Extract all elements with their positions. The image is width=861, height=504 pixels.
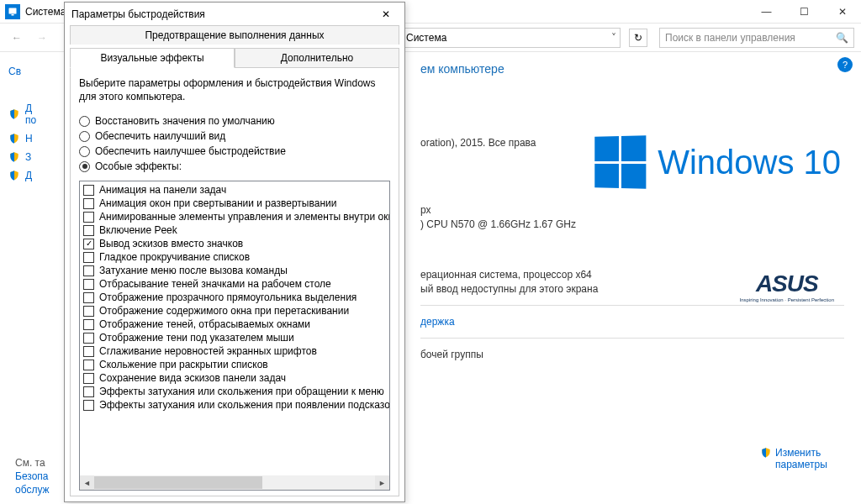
checkbox-row[interactable]: Включение Peek	[80, 223, 389, 237]
window-title: Система	[25, 6, 66, 18]
checkbox-icon	[83, 198, 94, 209]
checkbox-icon	[83, 225, 94, 236]
checkbox-row[interactable]: Анимация на панели задач	[80, 183, 389, 197]
radio-option[interactable]: Восстановить значения по умолчанию	[79, 115, 390, 127]
checkbox-row[interactable]: Анимация окон при свертывании и разверты…	[80, 197, 389, 210]
scroll-right-arrow[interactable]: ►	[375, 475, 389, 490]
dialog-titlebar: Параметры быстродействия ✕	[65, 3, 404, 26]
horizontal-scrollbar[interactable]: ◄ ►	[80, 475, 389, 490]
checkbox-icon	[83, 279, 94, 290]
checkbox-icon	[83, 252, 94, 263]
windows-icon	[594, 135, 646, 189]
tab-advanced[interactable]: Дополнительно	[235, 48, 399, 68]
checkbox-row[interactable]: Затухание меню после вызова команды	[80, 264, 389, 277]
checkbox-icon	[83, 333, 94, 344]
shield-icon	[8, 170, 20, 181]
back-button[interactable]: ←	[7, 28, 27, 48]
refresh-button[interactable]: ↻	[629, 29, 647, 47]
breadcrumb-text: Система	[406, 32, 446, 44]
checkbox-row[interactable]: Эффекты затухания или скольжения при поя…	[80, 398, 389, 412]
radio-option[interactable]: Обеспечить наилучшее быстродействие	[79, 145, 390, 157]
checkbox-row[interactable]: Отбрасывание теней значками на рабочем с…	[80, 277, 389, 291]
sidebar-footer-link[interactable]: обслуж	[15, 484, 50, 496]
support-link[interactable]: держка	[420, 316, 844, 328]
checkbox-icon	[83, 373, 94, 384]
workgroup-line: бочей группы	[420, 349, 844, 360]
scroll-thumb[interactable]	[94, 476, 262, 489]
forward-button[interactable]: →	[32, 28, 52, 48]
checkbox-row[interactable]: Сглаживание неровностей экранных шрифтов	[80, 344, 389, 358]
checkbox-icon	[83, 400, 94, 411]
sidebar-footer-link[interactable]: Безопа	[15, 470, 50, 482]
chevron-down-icon[interactable]: ˅	[611, 32, 616, 44]
checkbox-icon	[83, 386, 94, 397]
shield-icon	[8, 108, 20, 120]
checkbox-row[interactable]: Отображение содержимого окна при перетас…	[80, 304, 389, 318]
tab-content: Выберите параметры оформления и быстроде…	[70, 67, 399, 496]
checkbox-row[interactable]: Скольжение при раскрытии списков	[80, 358, 389, 371]
windows10-logo: Windows 10	[594, 136, 841, 188]
dialog-title: Параметры быстродействия	[71, 8, 205, 20]
radio-option[interactable]: Обеспечить наилучший вид	[79, 130, 390, 142]
shield-icon	[8, 133, 20, 144]
tab-visual-effects[interactable]: Визуальные эффекты	[70, 48, 235, 68]
checkbox-icon	[83, 306, 94, 317]
tab-dep[interactable]: Предотвращение выполнения данных	[70, 25, 399, 45]
radio-icon	[79, 131, 90, 142]
checkbox-icon	[83, 346, 94, 357]
search-placeholder: Поиск в панели управления	[665, 32, 795, 44]
scroll-left-arrow[interactable]: ◄	[80, 475, 94, 490]
checkbox-icon	[83, 360, 94, 370]
checkbox-row[interactable]: Вывод эскизов вместо значков	[80, 237, 389, 250]
section-heading: ем компьютере	[420, 62, 844, 76]
search-icon: 🔍	[836, 32, 848, 44]
checkbox-icon	[83, 239, 94, 249]
checkbox-row[interactable]: Сохранение вида эскизов панели задач	[80, 371, 389, 385]
dialog-close-button[interactable]: ✕	[374, 4, 398, 24]
checkbox-row[interactable]: Отображение тени под указателем мыши	[80, 331, 389, 344]
cpu-line: рх	[420, 204, 844, 216]
checkbox-icon	[83, 185, 94, 196]
checkbox-row[interactable]: Отображение прозрачного прямоугольника в…	[80, 291, 389, 304]
dialog-description: Выберите параметры оформления и быстроде…	[79, 76, 390, 103]
checkbox-row[interactable]: Отображение теней, отбрасываемых окнами	[80, 318, 389, 331]
search-input[interactable]: Поиск в панели управления 🔍	[659, 28, 854, 48]
radio-icon	[79, 161, 90, 172]
app-icon	[5, 4, 20, 19]
radio-option[interactable]: Особые эффекты:	[79, 160, 390, 172]
sidebar-footer: См. та Безопа обслуж	[15, 457, 50, 497]
shield-icon	[8, 151, 20, 163]
checkbox-icon	[83, 212, 94, 223]
checkbox-icon	[83, 319, 94, 330]
checkbox-icon	[83, 265, 94, 276]
maximize-button[interactable]: ☐	[785, 0, 823, 24]
performance-options-dialog: Параметры быстродействия ✕ Предотвращени…	[64, 2, 405, 502]
cpu-line: ) CPU N570 @ 1.66GHz 1.67 GHz	[420, 218, 844, 230]
breadcrumb[interactable]: Система ˅	[402, 28, 621, 48]
svg-rect-1	[12, 14, 14, 16]
change-settings-link[interactable]: Изменить параметры	[760, 447, 834, 470]
radio-icon	[79, 116, 90, 127]
checkbox-row[interactable]: Анимированные элементы управления и элем…	[80, 210, 389, 223]
checkbox-icon	[83, 292, 94, 303]
checkbox-row[interactable]: Гладкое прокручивание списков	[80, 250, 389, 264]
close-button[interactable]: ✕	[823, 0, 861, 24]
help-icon[interactable]: ?	[837, 57, 853, 72]
minimize-button[interactable]: —	[747, 0, 785, 24]
radio-icon	[79, 146, 90, 157]
shield-icon	[760, 447, 772, 459]
checkbox-row[interactable]: Эффекты затухания или скольжения при обр…	[80, 385, 389, 398]
effects-checklist: Анимация на панели задачАнимация окон пр…	[79, 181, 390, 491]
svg-rect-0	[9, 8, 17, 13]
asus-logo: ASUS Inspiring Innovation · Persistent P…	[740, 270, 834, 302]
